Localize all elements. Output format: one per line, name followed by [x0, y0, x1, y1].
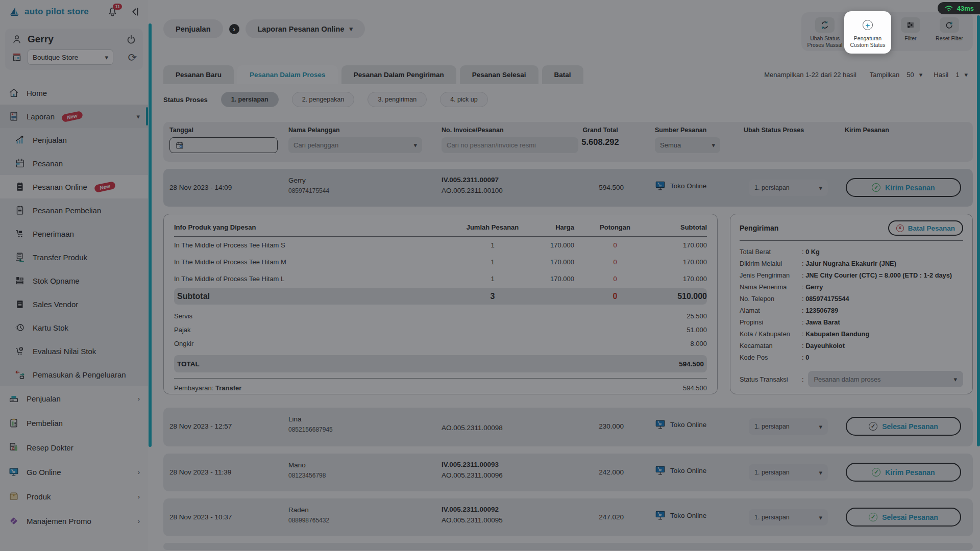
breadcrumb: Penjualan › Laporan Pesanan Online ▾: [163, 19, 365, 38]
sidebar-item-penjualan-report[interactable]: Penjualan: [0, 128, 148, 152]
table-row[interactable]: 28 Nov 2023 - 11:39 Mario 08123456798 IV…: [163, 454, 973, 491]
order-customer: Lina 0852156687945: [288, 415, 333, 433]
store-select[interactable]: Boutique Store ▾: [28, 49, 113, 65]
table-row[interactable]: 28 Nov 2023 - 14:09 Gerry 085974175544 I…: [163, 169, 973, 207]
bulk-status-button[interactable]: Ubah StatusProses Massal: [805, 17, 844, 48]
check-circle-icon: ✓: [872, 468, 880, 477]
fees-block: Servis 25.500 Pajak 51.000 Ongkir 8.000: [174, 309, 707, 350]
batal-pesanan-button[interactable]: × Batal Pesanan: [888, 220, 963, 236]
shipping-header: Pengiriman × Batal Pesanan: [740, 220, 963, 241]
order-invoice: AO.005.2311.00098: [442, 421, 503, 432]
status-proses-select[interactable]: 1. persiapan ▾: [749, 509, 828, 525]
table-row[interactable]: 28 Nov 2023 - 10:37 Raden 088998765432 I…: [163, 498, 973, 536]
sidebar-item-pesanan[interactable]: Pesanan: [0, 152, 148, 175]
status-proses-select[interactable]: 1. persiapan ▾: [749, 180, 828, 196]
sidebar-item-transfer-produk[interactable]: Transfer Produk: [0, 245, 148, 269]
check-circle-icon: ✓: [869, 513, 877, 521]
kirim-pesanan-column: Kirim Pesanan: [845, 127, 889, 137]
step-persiapan[interactable]: 1. persiapan: [221, 92, 279, 107]
sidebar-item-kartu-stok[interactable]: Kartu Stok: [0, 316, 148, 339]
order-detail-panel: Info Produk yang Dipesan Jumlah Pesanan …: [163, 214, 973, 394]
sidebar-item-pemasukan-pengeluaran[interactable]: Pemasukan & Pengeluaran: [0, 363, 148, 386]
page-select[interactable]: 1 ▾: [955, 71, 968, 79]
reset-filter-button[interactable]: Reset Filter: [930, 17, 969, 42]
sidebar-item-go-online[interactable]: Go Online ›: [0, 460, 148, 484]
step-pick-up[interactable]: 4. pick up: [440, 92, 488, 107]
tab-pesanan-dalam-pengiriman[interactable]: Pesanan Dalam Pengiriman: [341, 65, 456, 84]
filter-sliders-icon: [901, 17, 920, 33]
app-screen: auto pilot store 11 Gerry: [0, 0, 980, 551]
status-proses-select[interactable]: 1. persiapan ▾: [749, 464, 828, 481]
status-proses-filter: Status Proses 1. persiapan 2. pengepakan…: [163, 90, 973, 109]
stock-shelf-icon: [14, 275, 26, 286]
chevron-down-icon: ▾: [819, 469, 822, 476]
ubah-status-column: Ubah Status Proses: [744, 127, 804, 137]
sidebar-item-pesanan-online[interactable]: Pesanan Online New: [0, 175, 148, 198]
chevron-down-icon: ▾: [964, 71, 968, 78]
step-pengepakan[interactable]: 2. pengepakan: [292, 92, 355, 107]
kirim-pesanan-button[interactable]: ✓ Kirim Pesanan: [846, 178, 961, 197]
sidebar-item-resep-dokter[interactable]: Resep Dokter: [0, 435, 148, 460]
step-pengiriman[interactable]: 3. pengiriman: [368, 92, 427, 107]
tab-pesanan-baru[interactable]: Pesanan Baru: [163, 65, 234, 84]
order-tabs: Pesanan Baru Pesanan Dalam Proses Pesana…: [163, 65, 973, 84]
table-row-partial[interactable]: [163, 543, 973, 550]
main-scrollbar[interactable]: [977, 15, 980, 446]
user-icon: [11, 34, 22, 45]
refresh-store-icon[interactable]: ⟳: [128, 52, 137, 63]
sidebar-item-pembelian[interactable]: Pembelian: [0, 411, 148, 435]
product-row: In The Middle of Process Tee Hitam S 1 1…: [174, 237, 707, 254]
vendor-notebook-icon: [14, 298, 26, 310]
collapse-sidebar-icon[interactable]: [130, 7, 140, 17]
sidebar-item-stok-opname[interactable]: Stok Opname: [0, 269, 148, 292]
in-out-arrows-icon: [14, 369, 26, 380]
payment-method: Transfer: [215, 384, 241, 392]
order-calendar-icon: [14, 158, 26, 169]
sidebar: auto pilot store 11 Gerry: [0, 0, 148, 551]
calendar-icon: [175, 141, 184, 150]
order-datetime: 28 Nov 2023 - 11:39: [169, 468, 231, 476]
breadcrumb-parent[interactable]: Penjualan: [163, 19, 223, 38]
tab-batal[interactable]: Batal: [542, 65, 583, 84]
order-datetime: 28 Nov 2023 - 14:09: [169, 184, 232, 191]
sidebar-item-sales-vendor[interactable]: Sales Vendor: [0, 292, 148, 316]
tab-pesanan-selesai[interactable]: Pesanan Selesai: [460, 65, 538, 84]
sidebar-item-manajemen-promo[interactable]: Manajemen Promo ›: [0, 509, 148, 533]
order-customer: Raden 088998765432: [288, 506, 329, 524]
sales-chart-icon: [14, 134, 26, 145]
sidebar-scrollbar[interactable]: [149, 23, 152, 447]
sidebar-item-pesanan-pembelian[interactable]: Pesanan Pembelian: [0, 198, 148, 222]
status-proses-select[interactable]: 1. persiapan ▾: [749, 418, 828, 435]
sidebar-item-evaluasi-nilai-stok[interactable]: Evaluasi Nilai Stok: [0, 339, 148, 363]
status-transaksi-select[interactable]: Pesanan dalam proses ▾: [808, 371, 963, 387]
logout-icon[interactable]: [126, 34, 137, 45]
sidebar-item-penerimaan[interactable]: Penerimaan: [0, 222, 148, 245]
selesai-pesanan-button[interactable]: ✓ Selesai Pesanan: [846, 417, 961, 436]
sidebar-item-produk[interactable]: Produk ›: [0, 484, 148, 509]
sidebar-item-laporan[interactable]: Laporan New ▾: [0, 105, 148, 128]
source-select[interactable]: Semua ▾: [655, 137, 720, 153]
chevron-down-icon: ▾: [819, 514, 822, 521]
breadcrumb-current[interactable]: Laporan Pesanan Online ▾: [246, 19, 365, 38]
customer-search-select[interactable]: Cari pelanggan ▾: [288, 137, 422, 153]
fee-row: Servis 25.500: [174, 309, 707, 323]
page-size-select[interactable]: 50 ▾: [906, 71, 922, 79]
table-row[interactable]: 28 Nov 2023 - 12:57 Lina 0852156687945 A…: [163, 408, 973, 446]
kirim-pesanan-button[interactable]: ✓ Kirim Pesanan: [846, 463, 961, 482]
selesai-pesanan-button[interactable]: ✓ Selesai Pesanan: [846, 508, 961, 527]
invoice-search-input[interactable]: Cari no pesanan/invoice resmi: [442, 137, 578, 153]
order-number: AO.005.2311.00100: [442, 187, 503, 194]
order-invoice: IV.005.2311.00093 AO.005.2311.00096: [442, 461, 503, 479]
sidebar-item-penjualan[interactable]: Penjualan ›: [0, 386, 148, 411]
wifi-icon: [944, 4, 953, 12]
notification-bell-icon[interactable]: 11: [107, 6, 118, 18]
custom-status-settings-button[interactable]: + PengaturanCustom Status: [844, 11, 891, 54]
clipboard-icon: [8, 417, 19, 429]
date-range-input[interactable]: [169, 137, 278, 153]
order-invoice: IV.005.2311.00092 AO.005.2311.00095: [442, 506, 503, 524]
filter-button[interactable]: Filter: [891, 17, 930, 42]
tab-pesanan-dalam-proses[interactable]: Pesanan Dalam Proses: [237, 65, 338, 84]
product-subtotal-row: Subtotal 3 0 510.000: [174, 288, 707, 305]
sidebar-item-home[interactable]: Home: [0, 81, 148, 105]
logo-icon: [8, 6, 20, 18]
